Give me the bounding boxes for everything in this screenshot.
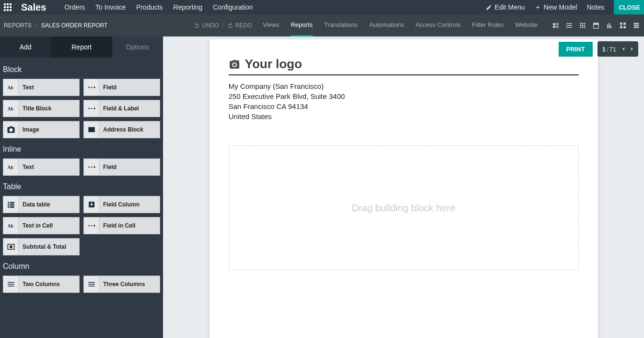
- nav-right: Edit Menu New Model Notes CLOSE: [486, 0, 640, 14]
- edit-menu-button[interactable]: Edit Menu: [486, 3, 525, 11]
- block-label: Text: [19, 84, 34, 91]
- undo-button[interactable]: UNDO: [194, 22, 219, 29]
- block-label: Field Column: [99, 201, 140, 208]
- breadcrumb-current: SALES ORDER REPORT: [41, 22, 107, 29]
- block-label: Subtotal & Total: [19, 243, 66, 250]
- undo-icon: [194, 23, 200, 29]
- undo-redo: UNDO REDO: [194, 22, 252, 29]
- block-label: Image: [19, 126, 39, 133]
- divider: [223, 22, 223, 29]
- logo-row[interactable]: Your logo: [229, 57, 579, 75]
- image-icon: [3, 121, 19, 138]
- redo-button[interactable]: REDO: [227, 22, 252, 29]
- brand[interactable]: Sales: [21, 2, 46, 13]
- block-label: Data table: [19, 201, 50, 208]
- view-icons: [552, 22, 640, 29]
- section-title: Block: [3, 65, 160, 74]
- block-text-in-cell[interactable]: Text in Cell: [3, 217, 80, 234]
- block-three-columns[interactable]: Three Columns: [83, 276, 160, 293]
- tab-translations[interactable]: Translations: [324, 14, 358, 36]
- block-field[interactable]: Field: [83, 79, 160, 96]
- block-label: Field: [99, 84, 117, 91]
- canvas-area: PRINT 1/71 Your logo My Company (San Fra…: [163, 36, 644, 338]
- block-label: Three Columns: [99, 281, 145, 288]
- block-address-block[interactable]: Address Block: [83, 121, 160, 138]
- block-data-table[interactable]: Data table: [3, 196, 80, 213]
- pager: 1/71: [597, 41, 638, 57]
- pencil-icon: [486, 4, 492, 11]
- block-image[interactable]: Image: [3, 121, 80, 138]
- subtotal-icon: [3, 239, 19, 255]
- block-field-in-cell[interactable]: Field in Cell: [83, 217, 160, 234]
- dropzone[interactable]: Drag building block here: [229, 145, 579, 270]
- pivot-view-icon[interactable]: [619, 22, 627, 29]
- form-view-icon[interactable]: [552, 22, 560, 29]
- ab-icon: [3, 79, 19, 96]
- tab-reports[interactable]: Reports: [291, 14, 313, 36]
- section-title: Table: [3, 182, 160, 191]
- company-address[interactable]: My Company (San Francisco) 250 Executive…: [229, 81, 579, 121]
- calendar-view-icon[interactable]: [592, 22, 600, 29]
- list-view-icon[interactable]: [565, 22, 573, 29]
- pager-prev-icon[interactable]: [620, 46, 627, 52]
- nav-to-invoice[interactable]: To Invoice: [95, 3, 126, 11]
- sidebar-tab-options[interactable]: Options: [112, 36, 163, 58]
- nav-products[interactable]: Products: [136, 3, 163, 11]
- block-subtotal-total[interactable]: Subtotal & Total: [3, 238, 80, 255]
- nav-orders[interactable]: Orders: [64, 3, 85, 11]
- print-button[interactable]: PRINT: [559, 42, 593, 57]
- block-field-column[interactable]: Field Column: [83, 196, 160, 213]
- breadcrumb-root[interactable]: REPORTS: [4, 22, 32, 29]
- sidebar-content: BlockTextFieldTitle BlockField & LabelIm…: [0, 58, 163, 302]
- block-label: Address Block: [99, 126, 143, 133]
- nav-items: Orders To Invoice Products Reporting Con…: [64, 3, 253, 11]
- company-country: United States: [229, 111, 579, 121]
- canvas-controls: PRINT 1/71: [559, 41, 638, 57]
- block-grid: Data tableField ColumnText in CellField …: [3, 196, 160, 255]
- tab-automations[interactable]: Automations: [369, 14, 404, 36]
- block-title-block[interactable]: Title Block: [3, 100, 80, 117]
- kanban-view-icon[interactable]: [579, 22, 586, 29]
- field-icon: [84, 79, 99, 96]
- redo-icon: [227, 23, 234, 29]
- block-text[interactable]: Text: [3, 158, 80, 176]
- top-nav: Sales Orders To Invoice Products Reporti…: [0, 0, 644, 14]
- datatable-icon: [3, 196, 19, 213]
- new-model-button[interactable]: New Model: [535, 3, 577, 11]
- sidebar-tab-add[interactable]: Add: [0, 36, 51, 58]
- company-street: 250 Executive Park Blvd, Suite 3400: [229, 91, 579, 101]
- tab-filter-rules[interactable]: Filter Rules: [472, 14, 504, 36]
- tab-access-controls[interactable]: Access Controls: [416, 14, 461, 36]
- block-grid: TextFieldTitle BlockField & LabelImageAd…: [3, 79, 160, 138]
- nav-configuration[interactable]: Configuration: [213, 3, 253, 11]
- studio-tabs: Views Reports Translations Automations A…: [263, 14, 538, 36]
- close-button[interactable]: CLOSE: [614, 0, 644, 14]
- pager-next-icon[interactable]: [629, 46, 635, 52]
- graph-view-icon[interactable]: [606, 22, 613, 29]
- plus-icon: [535, 4, 541, 11]
- block-grid: TextField: [3, 158, 160, 176]
- block-two-columns[interactable]: Two Columns: [3, 276, 80, 293]
- notes-link[interactable]: Notes: [587, 3, 605, 11]
- ab-icon: [3, 100, 19, 117]
- block-label: Title Block: [19, 105, 51, 112]
- field-icon: [84, 159, 99, 175]
- block-field-label[interactable]: Field & Label: [83, 100, 160, 117]
- sidebar-tab-report[interactable]: Report: [51, 36, 112, 58]
- camera-icon: [229, 59, 240, 70]
- nav-reporting[interactable]: Reporting: [173, 3, 202, 11]
- block-label: Field & Label: [99, 105, 139, 112]
- tab-website[interactable]: Website: [515, 14, 538, 36]
- studio-bar: REPORTS › SALES ORDER REPORT UNDO REDO V…: [0, 14, 644, 36]
- block-text[interactable]: Text: [3, 79, 80, 96]
- apps-icon[interactable]: [4, 3, 12, 11]
- address-icon: [84, 121, 99, 138]
- col2-icon: [3, 276, 19, 292]
- activity-view-icon[interactable]: [632, 22, 640, 29]
- block-field[interactable]: Field: [83, 158, 160, 176]
- field-icon: [84, 100, 99, 117]
- block-label: Two Columns: [19, 281, 60, 288]
- tab-views[interactable]: Views: [263, 14, 279, 36]
- col3-icon: [84, 276, 99, 292]
- breadcrumb: REPORTS › SALES ORDER REPORT: [4, 22, 107, 29]
